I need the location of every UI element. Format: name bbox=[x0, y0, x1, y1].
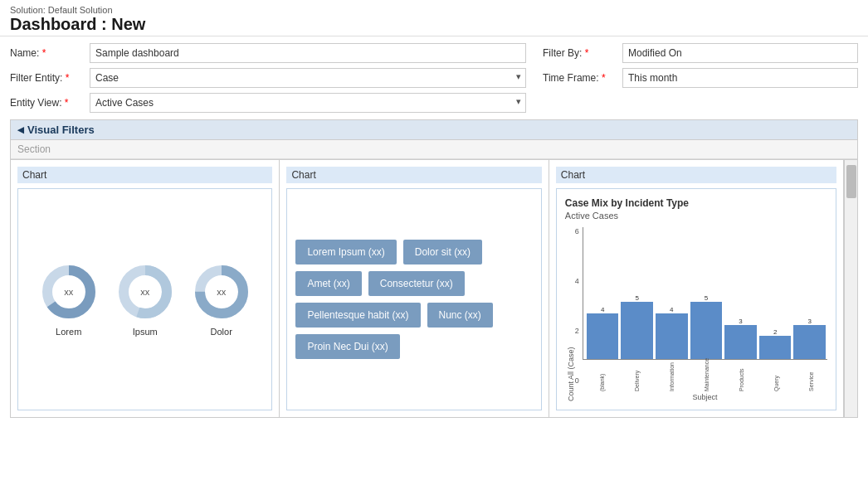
chart-inner-3: Case Mix by Incident Type Active Cases C… bbox=[556, 188, 836, 410]
scrollbar[interactable] bbox=[844, 160, 857, 417]
y-axis: 6 4 2 0 bbox=[575, 227, 583, 401]
x-axis-title: Subject bbox=[583, 393, 827, 401]
bars-grid: 4 5 4 bbox=[583, 227, 827, 360]
x-label-information: Information bbox=[656, 362, 688, 391]
filter-by-row: Filter By: * Modified On bbox=[543, 43, 858, 63]
bar-val-blank: 4 bbox=[601, 306, 604, 313]
name-row: Name: * bbox=[10, 43, 526, 63]
bar-chart-body: Count All (Case) 6 4 2 0 4 bbox=[565, 227, 827, 401]
x-label-blank: (blank) bbox=[586, 362, 618, 391]
wc-row-2: Amet (xx) Consectetur (xx) bbox=[295, 271, 532, 296]
donuts-container: xx Lorem xx bbox=[27, 262, 263, 337]
wc-item-1: Lorem Ipsum (xx) bbox=[295, 240, 396, 264]
bar-rect-delivery bbox=[621, 302, 653, 359]
chart-title-3: Chart bbox=[556, 167, 836, 183]
section-label: Section bbox=[11, 140, 857, 159]
bar-query: 2 bbox=[759, 328, 792, 359]
y-label-2: 2 bbox=[575, 327, 579, 335]
entity-view-label: Entity View: * bbox=[10, 97, 85, 109]
filter-entity-row: Filter Entity: * Case Account Contact bbox=[10, 68, 526, 88]
filter-by-label: Filter By: * bbox=[543, 47, 617, 59]
wordcloud-area: Lorem Ipsum (xx) Dolor sit (xx) Amet (xx… bbox=[295, 240, 532, 359]
y-label-6: 6 bbox=[575, 227, 579, 235]
wc-item-6: Nunc (xx) bbox=[427, 303, 493, 328]
bar-val-query: 2 bbox=[773, 328, 777, 336]
wc-item-5: Pellentesque habit (xx) bbox=[295, 303, 420, 328]
bar-val-delivery: 5 bbox=[636, 294, 639, 302]
charts-row: Chart xx Lorem bbox=[11, 159, 857, 417]
donut-item-1: xx Lorem bbox=[39, 262, 99, 337]
x-labels: (blank) Delivery Information Maintenance bbox=[583, 362, 827, 391]
chart-inner-2: Lorem Ipsum (xx) Dolor sit (xx) Amet (xx… bbox=[286, 188, 541, 410]
bar-products: 3 bbox=[724, 318, 757, 359]
donut-caption-2: Ipsum bbox=[133, 327, 158, 337]
visual-filters-header: ◀ Visual Filters bbox=[11, 120, 857, 140]
entity-view-select-wrap: Active Cases All Cases Closed Cases bbox=[90, 93, 526, 113]
x-label-delivery: Delivery bbox=[621, 362, 653, 391]
donuts-row: xx Lorem xx bbox=[39, 262, 251, 337]
x-label-service: Service bbox=[795, 362, 827, 391]
time-frame-row: Time Frame: * This month bbox=[543, 68, 858, 88]
bar-rect-blank bbox=[587, 313, 619, 359]
bar-rect-information bbox=[656, 313, 688, 359]
bar-chart-subtitle: Active Cases bbox=[565, 211, 618, 221]
filter-entity-select-wrap: Case Account Contact bbox=[90, 68, 526, 88]
bar-val-service: 3 bbox=[807, 318, 811, 325]
bar-rect-products bbox=[724, 325, 757, 359]
donut-wrap-3: xx bbox=[192, 262, 251, 322]
wc-row-3: Pellentesque habit (xx) Nunc (xx) bbox=[295, 303, 532, 328]
chart-panel-1: Chart xx Lorem bbox=[11, 160, 280, 417]
collapse-icon[interactable]: ◀ bbox=[17, 125, 24, 134]
visual-filters-section: ◀ Visual Filters Section Chart bbox=[10, 119, 858, 418]
bar-val-products: 3 bbox=[739, 318, 742, 325]
bar-val-information: 4 bbox=[670, 306, 673, 313]
bar-blank: 4 bbox=[587, 306, 619, 359]
donut-center-2: xx bbox=[140, 287, 149, 297]
top-bar: Solution: Default Solution Dashboard : N… bbox=[0, 0, 868, 36]
wc-item-4: Consectetur (xx) bbox=[368, 271, 465, 296]
time-frame-value: This month bbox=[622, 68, 858, 88]
time-frame-label: Time Frame: * bbox=[543, 72, 617, 84]
form-area: Name: * Filter Entity: * Case Account Co… bbox=[0, 36, 868, 119]
name-input[interactable] bbox=[90, 43, 526, 63]
donut-center-1: xx bbox=[64, 287, 73, 297]
bar-information: 4 bbox=[656, 306, 688, 359]
x-label-products: Products bbox=[725, 362, 758, 391]
y-label-4: 4 bbox=[575, 277, 579, 285]
chart-panel-3: Chart Case Mix by Incident Type Active C… bbox=[549, 160, 844, 417]
donut-wrap-1: xx bbox=[39, 262, 99, 322]
bar-rect-maintenance bbox=[690, 302, 723, 359]
donut-center-3: xx bbox=[217, 287, 226, 297]
form-right: Filter By: * Modified On Time Frame: * T… bbox=[543, 43, 858, 113]
entity-view-select[interactable]: Active Cases All Cases Closed Cases bbox=[90, 93, 526, 113]
donut-item-3: xx Dolor bbox=[192, 262, 251, 337]
wc-item-3: Amet (xx) bbox=[295, 271, 361, 296]
x-label-query: Query bbox=[760, 362, 792, 391]
chart-inner-1: xx Lorem xx bbox=[17, 188, 272, 410]
wc-row-4: Proin Nec Dui (xx) bbox=[295, 334, 532, 359]
donut-item-2: xx Ipsum bbox=[115, 262, 175, 337]
chart-title-1: Chart bbox=[17, 167, 272, 183]
bar-rect-query bbox=[759, 336, 792, 359]
bar-rect-service bbox=[793, 325, 826, 359]
filter-entity-select[interactable]: Case Account Contact bbox=[90, 68, 526, 88]
bar-delivery: 5 bbox=[621, 294, 653, 359]
name-label: Name: * bbox=[10, 47, 85, 59]
entity-view-row: Entity View: * Active Cases All Cases Cl… bbox=[10, 93, 526, 113]
wc-row-1: Lorem Ipsum (xx) Dolor sit (xx) bbox=[295, 240, 532, 264]
y-axis-title: Count All (Case) bbox=[565, 227, 575, 401]
filter-by-value: Modified On bbox=[622, 43, 858, 63]
y-label-0: 0 bbox=[575, 376, 579, 385]
wc-item-2: Dolor sit (xx) bbox=[403, 240, 482, 264]
chart-panel-2: Chart Lorem Ipsum (xx) Dolor sit (xx) Am… bbox=[280, 160, 549, 417]
form-left: Name: * Filter Entity: * Case Account Co… bbox=[10, 43, 526, 113]
x-label-maintenance: Maintenance bbox=[690, 362, 723, 391]
bar-maintenance: 5 bbox=[690, 294, 723, 359]
donut-caption-1: Lorem bbox=[56, 327, 81, 337]
scrollbar-thumb[interactable] bbox=[846, 165, 856, 198]
donut-caption-3: Dolor bbox=[211, 327, 232, 337]
visual-filters-title: Visual Filters bbox=[27, 124, 95, 136]
filter-entity-label: Filter Entity: * bbox=[10, 72, 85, 84]
bar-chart-title: Case Mix by Incident Type bbox=[565, 197, 689, 209]
solution-label: Solution: Default Solution bbox=[10, 5, 858, 15]
